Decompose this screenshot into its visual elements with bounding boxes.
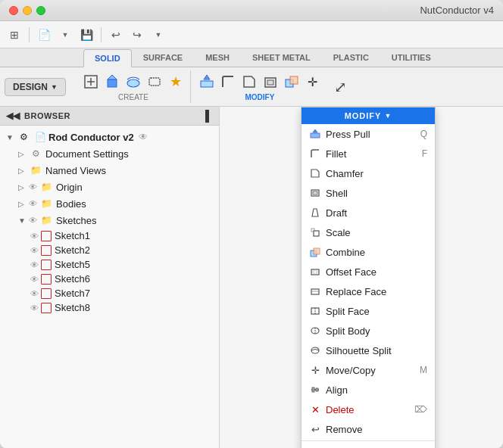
svg-rect-12: [290, 76, 298, 84]
chamfer-menu-icon: [309, 167, 321, 179]
move-body-icon[interactable]: ⤢: [331, 77, 351, 97]
chamfer-icon[interactable]: [239, 72, 259, 92]
named-views-label: Named Views: [45, 165, 106, 176]
document-settings-item[interactable]: ▷ ⚙ Document Settings: [0, 145, 219, 162]
root-item[interactable]: ▼ ⚙ 📄 Rod Conductor v2 👁: [0, 129, 219, 145]
new-component-icon[interactable]: [81, 72, 101, 92]
move-icon[interactable]: ✛: [303, 72, 323, 92]
svg-marker-4: [108, 75, 117, 79]
menu-align[interactable]: Align: [301, 380, 435, 400]
dropdown-icon[interactable]: ▼: [57, 26, 73, 43]
bodies-item[interactable]: ▷ 👁 📁 Bodies: [0, 195, 219, 212]
tab-surface[interactable]: SURFACE: [132, 48, 195, 67]
create-icons-row: ★: [81, 72, 186, 92]
split-body-label: Split Body: [326, 325, 370, 337]
press-pull-icon[interactable]: [197, 72, 217, 92]
dropdown2-icon[interactable]: ▼: [150, 26, 167, 43]
sketch6-item[interactable]: 👁 Sketch6: [0, 272, 219, 286]
expand-arrow-root: ▼: [6, 133, 17, 142]
menu-move-copy[interactable]: ✛ Move/Copy M: [301, 360, 435, 380]
revolve-icon[interactable]: [123, 72, 143, 92]
silhouette-split-menu-icon: [309, 344, 321, 356]
sketches-label: Sketches: [56, 215, 96, 226]
menu-scale[interactable]: Scale: [301, 222, 435, 242]
design-button[interactable]: DESIGN ▼: [5, 78, 66, 96]
folder-icon-views: 📁: [29, 163, 42, 177]
move-copy-label: Move/Copy: [326, 365, 376, 376]
menu-remove[interactable]: ↩ Remove: [301, 419, 435, 439]
svg-rect-6: [149, 78, 160, 86]
menu-shell[interactable]: Shell: [301, 183, 435, 203]
modify-menu-header: MODIFY ▼: [301, 107, 435, 124]
menu-press-pull[interactable]: Press Pull Q: [301, 124, 435, 144]
svg-rect-13: [311, 133, 320, 138]
menu-split-body[interactable]: Split Body: [301, 321, 435, 341]
star-icon[interactable]: ★: [166, 72, 186, 92]
replace-face-label: Replace Face: [326, 286, 386, 297]
modify-label: MODIFY: [245, 93, 274, 101]
extrude-icon[interactable]: [102, 72, 122, 92]
sketch7-item[interactable]: 👁 Sketch7: [0, 286, 219, 300]
menu-replace-face[interactable]: Replace Face: [301, 282, 435, 301]
sweep-icon[interactable]: [145, 72, 164, 92]
tab-utilities[interactable]: UTILITIES: [380, 48, 442, 67]
eye-icon-sketch6: 👁: [30, 275, 39, 284]
combine-menu-icon: [309, 246, 321, 258]
modify-section: ✛ MODIFY ⤢: [192, 70, 355, 103]
svg-rect-22: [313, 271, 317, 273]
menu-draft[interactable]: Draft: [301, 203, 435, 222]
sketch8-item[interactable]: 👁 Sketch8: [0, 300, 219, 315]
draft-menu-icon: [309, 207, 321, 219]
menu-silhouette-split[interactable]: Silhouette Split: [301, 341, 435, 360]
eye-icon-sketch2: 👁: [30, 246, 39, 255]
sketch1-item[interactable]: 👁 Sketch1: [0, 229, 219, 243]
fillet-icon[interactable]: [218, 72, 238, 92]
menu-split-face[interactable]: Split Face: [301, 301, 435, 321]
sketch5-label: Sketch5: [55, 259, 90, 270]
sketch5-item[interactable]: 👁 Sketch5: [0, 257, 219, 272]
named-views-item[interactable]: ▷ 📁 Named Views: [0, 162, 219, 179]
origin-item[interactable]: ▷ 👁 📁 Origin: [0, 179, 219, 195]
redo-icon[interactable]: ↪: [129, 26, 145, 43]
tab-plastic[interactable]: PLASTIC: [322, 48, 380, 67]
grid-icon[interactable]: ⊞: [6, 26, 23, 43]
tab-solid[interactable]: SOLID: [83, 49, 132, 67]
menu-physical-material[interactable]: Physical Material: [301, 443, 435, 448]
move-copy-menu-icon: ✛: [309, 364, 321, 376]
sketch2-icon: [41, 245, 52, 256]
menu-offset-face[interactable]: Offset Face: [301, 262, 435, 282]
menu-delete[interactable]: ✕ Delete ⌦: [301, 400, 435, 419]
undo-icon[interactable]: ↩: [108, 26, 124, 43]
document-settings-label: Document Settings: [45, 148, 129, 160]
menu-chamfer[interactable]: Chamfer: [301, 163, 435, 183]
menu-fillet[interactable]: Fillet F: [301, 144, 435, 163]
expand-arrow-doc: ▷: [18, 150, 29, 158]
tab-mesh[interactable]: MESH: [194, 48, 241, 67]
svg-point-5: [127, 79, 139, 87]
combine-icon[interactable]: [282, 72, 301, 92]
menu-combine[interactable]: Combine: [301, 242, 435, 262]
tab-sheet-metal[interactable]: SHEET METAL: [241, 48, 322, 67]
modify-dropdown: MODIFY ▼ Press Pull Q Fillet F: [301, 107, 436, 448]
shell-icon[interactable]: [261, 72, 280, 92]
sketch5-icon: [41, 260, 52, 270]
browser-toggle-icon[interactable]: ▌: [205, 110, 213, 122]
sketch8-icon: [41, 303, 52, 313]
svg-marker-8: [204, 75, 210, 79]
root-file-icon: 📄: [33, 130, 47, 144]
sketch2-item[interactable]: 👁 Sketch2: [0, 243, 219, 257]
expand-arrow-bodies: ▷: [18, 200, 29, 208]
create-label: CREATE: [118, 93, 148, 101]
close-button[interactable]: [9, 6, 18, 15]
svg-rect-23: [311, 289, 319, 294]
minimize-button[interactable]: [23, 6, 32, 15]
browser-collapse-icon[interactable]: ◀◀: [6, 110, 20, 121]
origin-label: Origin: [56, 182, 83, 193]
new-file-icon[interactable]: 📄: [36, 26, 52, 43]
settings-icon: ⚙: [29, 147, 42, 160]
sketches-item[interactable]: ▼ 👁 📁 Sketches: [0, 212, 219, 229]
eye-icon-sketch5: 👁: [30, 260, 39, 269]
save-icon[interactable]: 💾: [78, 26, 95, 43]
sketch2-label: Sketch2: [55, 244, 90, 256]
maximize-button[interactable]: [36, 6, 45, 15]
